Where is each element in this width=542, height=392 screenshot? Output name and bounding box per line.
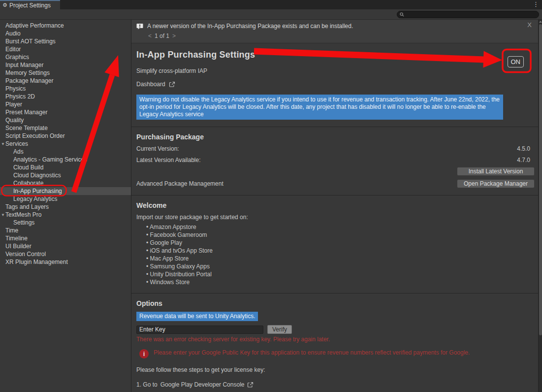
toolbar — [0, 9, 542, 20]
sidebar-item-graphics[interactable]: ▼ Graphics — [0, 53, 131, 61]
sidebar-item-editor[interactable]: ▼ Editor — [0, 45, 131, 53]
sidebar-item-label: Tags and Layers — [5, 203, 49, 210]
sidebar-item-services[interactable]: ▼ Services — [0, 140, 131, 148]
sidebar-item-settings[interactable]: ▼ Settings — [0, 219, 131, 227]
sidebar-item-label: Editor — [5, 46, 21, 53]
sidebar-item-version-control[interactable]: ▼ Version Control — [0, 250, 131, 258]
error-info-icon: i — [139, 349, 149, 359]
sidebar-item-label: Preset Manager — [5, 109, 47, 116]
sidebar-item-label: Adaptive Performance — [5, 22, 64, 29]
sidebar-item-label: Analytics - Gaming Services — [13, 156, 87, 163]
latest-version-label: Latest Version Available: — [136, 157, 201, 163]
sidebar-item-analytics-gaming-services[interactable]: ▼ Analytics - Gaming Services — [0, 156, 131, 163]
page-title: In-App Purchasing Settings — [136, 50, 538, 60]
google-key-input[interactable] — [136, 326, 263, 334]
section-divider — [131, 127, 538, 127]
gear-icon: ⚙ — [2, 2, 7, 8]
welcome-heading: Welcome — [136, 201, 538, 209]
sidebar-item-time[interactable]: ▼ Time — [0, 227, 131, 234]
pager-count: 1 of 1 — [155, 33, 169, 39]
store-list-item: Samsung Galaxy Apps — [146, 262, 538, 270]
simplify-iap-label: Simplify cross-platform IAP — [136, 67, 538, 74]
sidebar-item-label: Settings — [13, 219, 34, 226]
sidebar-item-label: Script Execution Order — [5, 132, 65, 139]
sidebar-item-cloud-diagnostics[interactable]: ▼ Cloud Diagnostics — [0, 171, 131, 179]
sidebar-item-label: Cloud Diagnostics — [13, 172, 61, 179]
expander-triangle-icon[interactable]: ▼ — [0, 213, 5, 217]
pager-next-icon[interactable]: > — [172, 33, 176, 39]
sidebar-item-timeline[interactable]: ▼ Timeline — [0, 234, 131, 242]
sidebar-item-label: Time — [5, 227, 18, 234]
sidebar-item-collaborate[interactable]: ▼ Collaborate — [0, 179, 131, 187]
sidebar-item-label: Quality — [5, 117, 24, 124]
sidebar-item-physics-2d[interactable]: ▼ Physics 2D — [0, 93, 131, 100]
search-input[interactable] — [406, 12, 534, 18]
step-1-prefix: 1. Go to — [136, 381, 158, 388]
sidebar-item-legacy-analytics[interactable]: ▼ Legacy Analytics — [0, 195, 131, 203]
notification-text: A newer version of the In-App Purchasing… — [147, 23, 353, 30]
close-icon[interactable]: X — [527, 21, 532, 29]
store-list-item: Windows Store — [146, 278, 538, 286]
store-list-item: Unity Distribution Portal — [146, 270, 538, 278]
current-version-label: Current Version: — [136, 145, 179, 152]
console-warning-bubble-icon — [136, 23, 143, 30]
sidebar-item-label: Services — [5, 140, 28, 147]
sidebar-item-physics[interactable]: ▼ Physics — [0, 85, 131, 93]
sidebar-item-label: UI Builder — [5, 243, 32, 250]
sidebar-item-in-app-purchasing[interactable]: ▼ In-App Purchasing — [0, 187, 131, 195]
sidebar-item-memory-settings[interactable]: ▼ Memory Settings — [0, 69, 131, 77]
search-field[interactable] — [397, 11, 539, 18]
sidebar-item-input-manager[interactable]: ▼ Input Manager — [0, 61, 131, 69]
external-link-icon — [247, 382, 254, 388]
kebab-menu-icon[interactable]: ⋮ — [533, 0, 539, 8]
sidebar-item-preset-manager[interactable]: ▼ Preset Manager — [0, 108, 131, 116]
install-latest-version-button[interactable]: Install Latest Version — [457, 167, 535, 176]
window-tab-bar: ⚙ Project Settings ⋮ — [0, 0, 542, 9]
scroll-up-arrow-icon[interactable] — [539, 21, 542, 23]
verify-button[interactable]: Verify — [267, 325, 292, 334]
scrollbar-thumb[interactable] — [539, 24, 542, 335]
current-version-row: Current Version: 4.5.0 — [136, 145, 530, 152]
sidebar-item-label: Scene Template — [5, 125, 48, 131]
sidebar-item-adaptive-performance[interactable]: ▼ Adaptive Performance — [0, 22, 131, 30]
section-divider — [131, 293, 538, 294]
sidebar-item-quality[interactable]: ▼ Quality — [0, 116, 131, 124]
main-panel: A newer version of the In-App Purchasing… — [131, 20, 538, 392]
sidebar-item-label: Version Control — [5, 251, 46, 258]
sidebar-item-scene-template[interactable]: ▼ Scene Template — [0, 124, 131, 132]
sidebar-item-ads[interactable]: ▼ Ads — [0, 148, 131, 156]
sidebar-item-label: Burst AOT Settings — [5, 38, 56, 45]
section-divider — [131, 195, 538, 196]
expander-triangle-icon[interactable]: ▼ — [0, 142, 5, 146]
latest-version-value: 4.7.0 — [517, 157, 530, 163]
sidebar-item-label: Collaborate — [13, 180, 43, 187]
sidebar-item-textmesh-pro[interactable]: ▼ TextMesh Pro — [0, 211, 131, 219]
vertical-scrollbar[interactable] — [538, 20, 542, 392]
sidebar-item-ui-builder[interactable]: ▼ UI Builder — [0, 242, 131, 250]
dashboard-link[interactable]: Dashboard — [136, 81, 538, 88]
sidebar-item-label: Legacy Analytics — [13, 196, 57, 202]
iap-on-toggle-button[interactable]: ON — [508, 56, 524, 67]
sidebar-item-tags-and-layers[interactable]: ▼ Tags and Layers — [0, 203, 131, 211]
sidebar-item-audio[interactable]: ▼ Audio — [0, 30, 131, 37]
sidebar-item-burst-aot-settings[interactable]: ▼ Burst AOT Settings — [0, 37, 131, 45]
tab-project-settings[interactable]: ⚙ Project Settings — [0, 0, 60, 9]
welcome-intro: Import our store package to get started … — [136, 214, 538, 221]
store-list-item: Google Play — [146, 239, 538, 247]
sidebar-item-xr-plugin-management[interactable]: ▼ XR Plugin Management — [0, 258, 131, 266]
sidebar-item-script-execution-order[interactable]: ▼ Script Execution Order — [0, 132, 131, 140]
sidebar-item-label: Player — [5, 101, 22, 108]
sidebar-item-package-manager[interactable]: ▼ Package Manager — [0, 77, 131, 85]
google-play-console-link[interactable]: Google Play Developer Console — [160, 381, 245, 388]
sidebar-item-label: Input Manager — [5, 62, 43, 68]
sidebar-item-cloud-build[interactable]: ▼ Cloud Build — [0, 163, 131, 171]
pager-prev-icon[interactable]: < — [148, 33, 152, 39]
open-package-manager-button[interactable]: Open Package Manager — [457, 179, 535, 188]
sidebar-item-label: Graphics — [5, 54, 29, 61]
sidebar-item-player[interactable]: ▼ Player — [0, 100, 131, 108]
external-link-icon — [169, 81, 175, 88]
store-list-item: Facebook Gameroom — [146, 231, 538, 239]
sidebar-item-label: In-App Purchasing — [13, 188, 62, 195]
sidebar-item-label: Memory Settings — [5, 69, 50, 76]
sidebar-item-label: Timeline — [5, 235, 28, 242]
